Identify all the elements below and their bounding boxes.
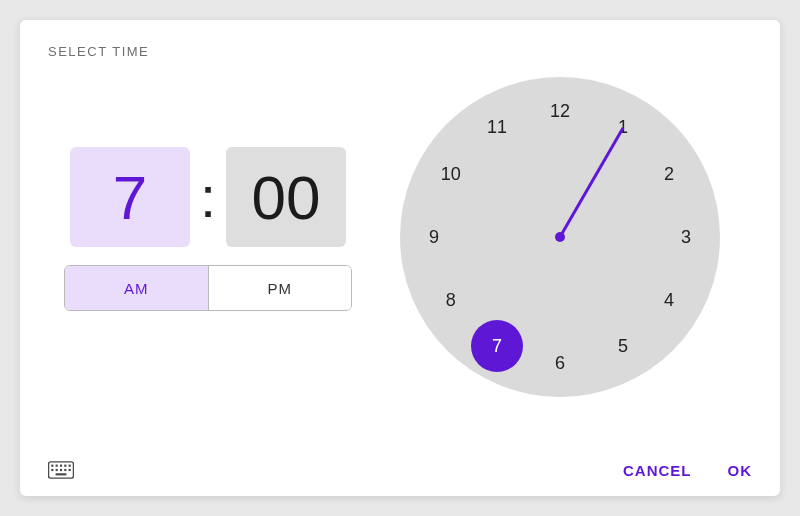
clock-number-8[interactable]: 8 — [435, 284, 467, 316]
am-button[interactable]: AM — [65, 266, 208, 310]
clock-number-10[interactable]: 10 — [435, 158, 467, 190]
clock-center-dot — [555, 232, 565, 242]
clock-number-11[interactable]: 11 — [481, 112, 513, 144]
clock-number-6[interactable]: 6 — [544, 347, 576, 379]
time-input-pane: 7 : 00 AM PM — [48, 69, 368, 397]
clock-number-5[interactable]: 5 — [607, 330, 639, 362]
pm-button[interactable]: PM — [208, 266, 352, 310]
dialog-title: SELECT TIME — [48, 44, 752, 59]
clock-number-9[interactable]: 9 — [418, 221, 450, 253]
clock-hand — [559, 127, 625, 238]
svg-rect-8 — [60, 469, 62, 471]
clock-selection-thumb[interactable]: 7 — [471, 320, 523, 372]
hour-field[interactable]: 7 — [70, 147, 190, 247]
svg-rect-5 — [69, 465, 71, 467]
minute-field[interactable]: 00 — [226, 147, 346, 247]
svg-rect-9 — [64, 469, 66, 471]
dialog-content: 7 : 00 AM PM 7 121234567891011 — [48, 69, 752, 397]
svg-rect-2 — [56, 465, 58, 467]
time-separator: : — [200, 168, 216, 226]
clock-pane: 7 121234567891011 — [368, 69, 752, 397]
ok-button[interactable]: OK — [728, 462, 753, 479]
svg-rect-11 — [56, 473, 67, 475]
cancel-button[interactable]: CANCEL — [623, 462, 692, 479]
clock-number-4[interactable]: 4 — [653, 284, 685, 316]
keyboard-icon[interactable] — [48, 460, 74, 480]
svg-rect-7 — [56, 469, 58, 471]
svg-rect-10 — [69, 469, 71, 471]
period-toggle: AM PM — [64, 265, 352, 311]
svg-rect-6 — [51, 469, 53, 471]
time-picker-dialog: SELECT TIME 7 : 00 AM PM 7 1212345678910… — [20, 20, 780, 496]
time-display-row: 7 : 00 — [48, 147, 368, 247]
svg-rect-3 — [60, 465, 62, 467]
clock-number-12[interactable]: 12 — [544, 95, 576, 127]
action-buttons: CANCEL OK — [623, 462, 752, 479]
clock-number-2[interactable]: 2 — [653, 158, 685, 190]
clock-number-3[interactable]: 3 — [670, 221, 702, 253]
dialog-footer: CANCEL OK — [48, 460, 752, 480]
svg-rect-1 — [51, 465, 53, 467]
svg-rect-4 — [64, 465, 66, 467]
clock-face[interactable]: 7 121234567891011 — [400, 77, 720, 397]
